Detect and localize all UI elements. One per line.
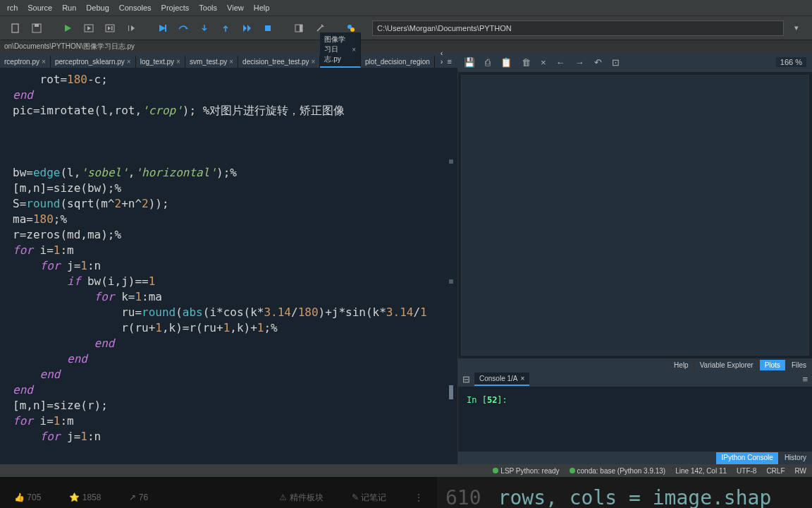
svg-point-12 bbox=[350, 28, 355, 32]
console-tab[interactable]: Console 1/A× bbox=[474, 373, 529, 386]
panel-tabs: Help Variable Explorer Plots Files bbox=[458, 358, 812, 371]
share-count[interactable]: ↗ 76 bbox=[129, 492, 148, 502]
plot-area bbox=[461, 75, 809, 356]
tab-files[interactable]: Files bbox=[786, 359, 812, 370]
dir-dropdown-icon[interactable]: ▾ bbox=[788, 20, 805, 37]
svg-rect-2 bbox=[35, 24, 39, 27]
like-count[interactable]: 👍 705 bbox=[14, 492, 41, 502]
star-count[interactable]: ⭐ 1858 bbox=[69, 492, 101, 502]
delete-icon[interactable]: 🗑 bbox=[522, 57, 531, 68]
close-icon[interactable]: × bbox=[229, 58, 233, 66]
tab-perceptron[interactable]: rceptron.py× bbox=[0, 56, 51, 68]
close-icon[interactable]: × bbox=[520, 375, 524, 382]
console-menu-icon[interactable]: ≡ bbox=[802, 374, 808, 385]
lsp-status: LSP Python: ready bbox=[493, 467, 559, 475]
plots-toolbar: 💾 ⎙ 📋 🗑 × ← → ↶ ⊡ 166 % bbox=[458, 52, 812, 72]
code-editor[interactable]: rot=180-c; end pic=imrotate(l,rot,'crop'… bbox=[0, 68, 457, 464]
breadcrumb: on\Documents\PYTHON\图像学习日志.py bbox=[0, 40, 812, 52]
right-pane: 💾 ⎙ 📋 🗑 × ← → ↶ ⊡ 166 % Help Variable Ex… bbox=[458, 52, 812, 464]
step-over-icon[interactable] bbox=[175, 20, 192, 37]
tab-history[interactable]: History bbox=[779, 452, 812, 464]
save-all-icon[interactable]: ⎙ bbox=[485, 57, 491, 68]
close-icon[interactable]: × bbox=[127, 58, 131, 66]
run-selection-icon[interactable]: I bbox=[123, 20, 140, 37]
console-bottom-tabs: IPython Console History bbox=[458, 452, 812, 464]
continue-icon[interactable] bbox=[238, 20, 255, 37]
svg-rect-7 bbox=[165, 25, 166, 32]
editor-tabs: rceptron.py× perceptron_sklearn.py× log_… bbox=[0, 52, 457, 68]
tab-svm-test[interactable]: svm_test.py× bbox=[185, 56, 238, 68]
save-plot-icon[interactable]: 💾 bbox=[464, 57, 475, 68]
prev-icon[interactable]: ← bbox=[556, 57, 565, 68]
tab-scroll-icon[interactable]: ‹ › bbox=[441, 49, 443, 66]
zoom-fit-icon[interactable]: ⊡ bbox=[612, 57, 620, 68]
ipython-console[interactable]: In [52]: bbox=[458, 387, 812, 452]
close-icon[interactable]: × bbox=[176, 58, 180, 66]
menu-bar: rch Source Run Debug Consoles Projects T… bbox=[0, 0, 812, 16]
maximize-pane-icon[interactable] bbox=[290, 20, 307, 37]
editor-pane: rceptron.py× perceptron_sklearn.py× log_… bbox=[0, 52, 458, 464]
next-icon[interactable]: → bbox=[575, 57, 584, 68]
tab-perceptron-sklearn[interactable]: perceptron_sklearn.py× bbox=[51, 56, 136, 68]
encoding[interactable]: UTF-8 bbox=[737, 467, 756, 475]
menu-projects[interactable]: Projects bbox=[157, 2, 194, 13]
note-label[interactable]: ✎ 记笔记 bbox=[352, 492, 386, 504]
menu-consoles[interactable]: Consoles bbox=[115, 2, 156, 13]
tab-image-log[interactable]: 图像学习日志.py× bbox=[320, 32, 361, 68]
cursor-position: Line 142, Col 11 bbox=[675, 467, 727, 475]
file-mode: RW bbox=[795, 467, 806, 475]
tab-log-text[interactable]: log_text.py× bbox=[136, 56, 185, 68]
menu-source[interactable]: Source bbox=[23, 2, 56, 13]
svg-text:I: I bbox=[128, 24, 130, 32]
debug-icon[interactable] bbox=[154, 20, 171, 37]
menu-run[interactable]: Run bbox=[58, 2, 80, 13]
copy-icon[interactable]: 📋 bbox=[500, 57, 512, 68]
svg-rect-0 bbox=[12, 24, 18, 32]
menu-view[interactable]: View bbox=[223, 2, 248, 13]
menu-debug[interactable]: Debug bbox=[82, 2, 113, 13]
stop-icon[interactable] bbox=[259, 20, 276, 37]
run-icon[interactable] bbox=[59, 20, 76, 37]
run-cell-advance-icon[interactable] bbox=[102, 20, 118, 37]
save-icon[interactable] bbox=[28, 20, 45, 37]
svg-rect-8 bbox=[265, 25, 271, 31]
tab-variable-explorer[interactable]: Variable Explorer bbox=[694, 359, 759, 370]
tab-decision-tree[interactable]: decision_tree_test.py× bbox=[238, 56, 320, 68]
background-code: 610 rows, cols = image.shap bbox=[437, 477, 812, 508]
menu-search[interactable]: rch bbox=[3, 2, 22, 13]
working-dir-input[interactable]: C:\Users\Morgan\Documents\PYTHON bbox=[372, 20, 784, 36]
tab-ipython[interactable]: IPython Console bbox=[715, 452, 778, 464]
menu-help[interactable]: Help bbox=[250, 2, 274, 13]
svg-rect-10 bbox=[300, 25, 302, 32]
tab-plot-decision[interactable]: plot_decision_region bbox=[361, 56, 435, 68]
undo-icon[interactable]: ↶ bbox=[594, 57, 602, 68]
zoom-level[interactable]: 166 % bbox=[776, 57, 806, 67]
background-window: 👍 705 ⭐ 1858 ↗ 76 ⚠ 精件板块 ✎ 记笔记 ⋮ 610 row… bbox=[0, 477, 812, 508]
new-file-icon[interactable] bbox=[7, 20, 24, 37]
menu-tools[interactable]: Tools bbox=[195, 2, 221, 13]
close-plot-icon[interactable]: × bbox=[541, 57, 546, 68]
tab-plots[interactable]: Plots bbox=[759, 359, 786, 370]
console-header: ⊟ Console 1/A× ≡ bbox=[458, 371, 812, 387]
line-ending[interactable]: CRLF bbox=[766, 467, 785, 475]
close-icon[interactable]: × bbox=[312, 58, 316, 66]
more-icon[interactable]: ⋮ bbox=[414, 492, 423, 502]
step-out-icon[interactable] bbox=[217, 20, 234, 37]
tab-help[interactable]: Help bbox=[668, 359, 694, 370]
panel-label[interactable]: ⚠ 精件板块 bbox=[279, 492, 323, 504]
close-icon[interactable]: × bbox=[352, 46, 356, 54]
hamburger-icon[interactable]: ≡ bbox=[448, 57, 452, 66]
svg-rect-5 bbox=[111, 26, 113, 30]
env-status[interactable]: conda: base (Python 3.9.13) bbox=[570, 467, 666, 475]
main-toolbar: I C:\Users\Morgan\Documents\PYTHON ▾ bbox=[0, 16, 812, 40]
scrollbar[interactable] bbox=[446, 68, 453, 464]
close-icon[interactable]: × bbox=[42, 58, 46, 66]
run-cell-icon[interactable] bbox=[80, 20, 97, 37]
console-collapse-icon[interactable]: ⊟ bbox=[462, 374, 470, 385]
step-into-icon[interactable] bbox=[196, 20, 213, 37]
status-bar: LSP Python: ready conda: base (Python 3.… bbox=[0, 464, 812, 477]
